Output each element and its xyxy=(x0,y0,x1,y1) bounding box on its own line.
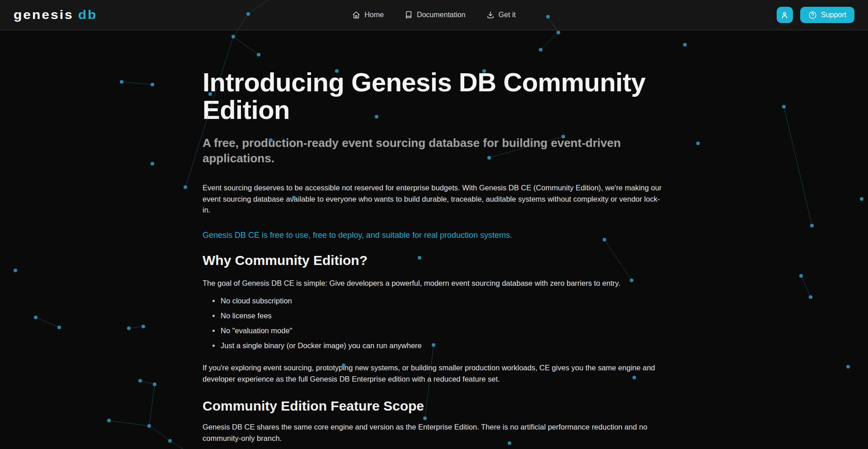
account-button[interactable] xyxy=(777,7,793,23)
nav-item-get-it[interactable]: Get it xyxy=(486,11,516,19)
nav-item-label: Get it xyxy=(499,11,516,19)
list-item: Just a single binary (or Docker image) y… xyxy=(212,340,665,351)
download-icon xyxy=(486,11,495,19)
list-item: No cloud subscription xyxy=(212,295,665,307)
logo[interactable]: genesis db xyxy=(14,8,352,22)
logo-text-primary: genesis xyxy=(14,8,74,22)
section-heading-feature-scope: Community Edition Feature Scope xyxy=(203,398,665,414)
intro-paragraph: Event sourcing deserves to be accessible… xyxy=(203,182,665,216)
list-item: No "evaluation mode" xyxy=(212,325,665,336)
book-icon xyxy=(405,11,413,19)
page-title: Introducing Genesis DB Community Edition xyxy=(203,68,665,123)
header-actions: Support xyxy=(516,7,854,23)
support-button-label: Support xyxy=(821,11,846,19)
page-subtitle: A free, production-ready event sourcing … xyxy=(203,135,665,166)
logo-text-accent: db xyxy=(78,8,98,22)
support-button[interactable]: Support xyxy=(800,7,854,23)
main-nav: Home Documentation Get it xyxy=(352,11,516,19)
benefits-list: No cloud subscription No license fees No… xyxy=(203,295,665,351)
section-heading-why: Why Community Edition? xyxy=(203,252,665,269)
question-circle-icon xyxy=(808,11,817,19)
top-navigation-bar: genesis db Home Documentation xyxy=(0,0,868,30)
list-item: No license fees xyxy=(212,310,665,321)
nav-item-home[interactable]: Home xyxy=(352,11,384,19)
nav-item-label: Documentation xyxy=(417,11,466,19)
user-icon xyxy=(780,11,789,19)
why-section-intro: The goal of Genesis DB CE is simple: Giv… xyxy=(203,278,665,289)
scope-section-intro: Genesis DB CE shares the same core engin… xyxy=(203,421,665,444)
nav-item-label: Home xyxy=(364,11,384,19)
article: Introducing Genesis DB Community Edition… xyxy=(203,30,665,444)
nav-item-documentation[interactable]: Documentation xyxy=(405,11,466,19)
highlight-statement: Genesis DB CE is free to use, free to de… xyxy=(203,230,665,241)
why-section-outro: If you're exploring event sourcing, prot… xyxy=(203,362,665,384)
home-icon xyxy=(352,11,360,19)
